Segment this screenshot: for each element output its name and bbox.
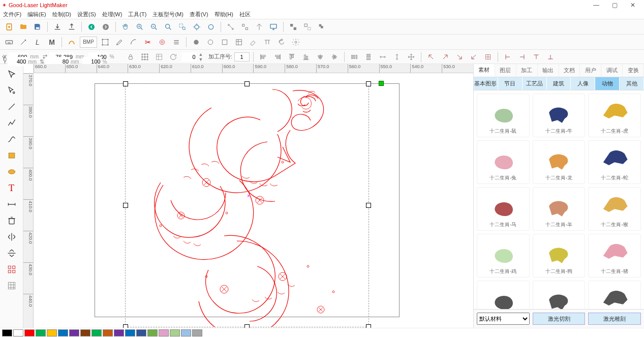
dist-v[interactable] — [362, 51, 375, 63]
node-btn-3[interactable] — [253, 21, 265, 33]
group-align-2[interactable] — [301, 21, 314, 33]
subtab-6[interactable]: 其他 — [620, 77, 644, 90]
rtab-0[interactable]: 素材 — [474, 64, 495, 77]
save-button[interactable] — [32, 21, 44, 33]
tool-fill3[interactable] — [219, 36, 231, 48]
subtab-1[interactable]: 节日 — [498, 77, 523, 90]
menu-file[interactable]: 文件(F) — [3, 11, 21, 18]
open-file-button[interactable] — [17, 21, 29, 33]
color-swatch[interactable] — [24, 329, 35, 336]
color-swatch[interactable] — [91, 329, 102, 336]
color-swatch[interactable] — [103, 329, 113, 336]
rotate-icon[interactable] — [167, 51, 179, 63]
delete-tool[interactable] — [4, 213, 20, 228]
space-h[interactable] — [377, 51, 389, 63]
menu-help[interactable]: 帮助(H) — [214, 11, 233, 18]
rtab-5[interactable]: 用户 — [580, 64, 601, 77]
new-file-button[interactable] — [3, 21, 15, 33]
align-right[interactable] — [271, 51, 284, 63]
tool-bbox[interactable] — [99, 36, 111, 48]
color-swatch[interactable] — [147, 329, 158, 336]
color-swatch[interactable] — [80, 329, 90, 336]
rtab-3[interactable]: 输出 — [538, 64, 559, 77]
tool-fill4[interactable] — [233, 36, 245, 48]
edge-l[interactable] — [502, 51, 514, 63]
export-button[interactable] — [66, 21, 78, 33]
zoom-page-button[interactable] — [205, 21, 217, 33]
group-align-1[interactable] — [287, 21, 299, 33]
minimize-button[interactable]: — — [587, 0, 605, 10]
undo-button[interactable] — [85, 21, 98, 33]
move-arrows[interactable] — [405, 51, 417, 63]
color-swatch[interactable] — [181, 329, 191, 336]
gallery-item[interactable] — [477, 281, 530, 309]
tool-cut[interactable]: ✂ — [142, 36, 154, 48]
tool-m[interactable]: M — [46, 36, 58, 48]
dimension-tool[interactable] — [4, 197, 20, 211]
edge-t[interactable] — [530, 51, 542, 63]
subtab-5[interactable]: 动物 — [595, 77, 620, 90]
anchor-grid-icon[interactable] — [139, 51, 151, 63]
gallery-item[interactable]: 十二生肖-狗 — [533, 234, 586, 278]
mirror-h-tool[interactable] — [4, 230, 20, 244]
color-swatch[interactable] — [170, 329, 180, 336]
menu-community[interactable]: 社区 — [239, 11, 251, 18]
polyline-tool[interactable] — [4, 116, 20, 130]
group-align-3[interactable] — [316, 21, 328, 33]
gallery-item[interactable]: 十二生肖-羊 — [533, 187, 586, 231]
zoom-select-button[interactable] — [176, 21, 189, 33]
menu-settings[interactable]: 设置(S) — [77, 11, 96, 18]
laser-cut-button[interactable]: 激光切割 — [533, 313, 586, 325]
gallery-item[interactable]: 十二生肖-猴 — [588, 187, 641, 231]
redo-button[interactable] — [100, 21, 112, 33]
color-swatch[interactable] — [47, 329, 57, 336]
tool-fill2[interactable] — [204, 36, 217, 48]
node-btn-1[interactable] — [225, 21, 237, 33]
gallery-item[interactable]: 十二生肖-鼠 — [477, 94, 530, 137]
tool-refresh[interactable] — [275, 36, 288, 48]
pan-button[interactable] — [119, 21, 132, 33]
gallery-item[interactable]: 十二生肖-龙 — [533, 140, 586, 184]
bezier-tool[interactable] — [4, 132, 20, 146]
color-swatch[interactable] — [159, 329, 169, 336]
material-select[interactable]: 默认材料 — [477, 313, 530, 325]
subtab-3[interactable]: 建筑 — [547, 77, 571, 90]
gallery-item[interactable]: 十二生肖-猪 — [588, 234, 641, 278]
corner-tl[interactable] — [425, 51, 437, 63]
edge-b[interactable] — [544, 51, 557, 63]
tool-fill1[interactable] — [190, 36, 202, 48]
rtab-7[interactable]: 变换 — [623, 64, 644, 77]
subtab-0[interactable]: 基本图形 — [474, 77, 498, 90]
center-grid[interactable] — [482, 51, 494, 63]
color-swatch[interactable] — [192, 329, 202, 336]
gallery-item[interactable] — [533, 281, 586, 309]
gallery-item[interactable]: 十二生肖-马 — [477, 187, 530, 231]
node-btn-2[interactable] — [239, 21, 251, 33]
asset-gallery[interactable]: 十二生肖-鼠十二生肖-牛十二生肖-虎十二生肖-兔十二生肖-龙十二生肖-蛇十二生肖… — [474, 90, 644, 309]
corner-tr[interactable] — [439, 51, 451, 63]
align-vcenter[interactable] — [328, 51, 341, 63]
select-tool[interactable] — [4, 67, 20, 81]
close-button[interactable]: ✕ — [624, 0, 642, 10]
edge-r[interactable] — [516, 51, 528, 63]
rot-input[interactable] — [181, 52, 197, 62]
color-swatch[interactable] — [36, 329, 46, 336]
gallery-item[interactable] — [588, 281, 641, 309]
gallery-item[interactable]: 十二生肖-蛇 — [588, 140, 641, 184]
maximize-button[interactable]: ▢ — [605, 0, 624, 10]
align-left[interactable] — [257, 51, 269, 63]
color-swatch[interactable] — [13, 329, 23, 336]
bmp-button[interactable]: BMP — [80, 37, 97, 48]
page-grid-icon[interactable] — [153, 51, 165, 63]
color-swatch[interactable] — [114, 329, 124, 336]
color-swatch[interactable] — [125, 329, 135, 336]
snake-artwork[interactable] — [125, 83, 369, 327]
ellipse-tool[interactable] — [4, 165, 20, 179]
menu-view[interactable]: 查看(V) — [190, 11, 208, 18]
line-tool[interactable] — [4, 100, 20, 114]
tool-arc[interactable] — [128, 36, 140, 48]
rtab-1[interactable]: 图层 — [495, 64, 516, 77]
gallery-item[interactable]: 十二生肖-牛 — [533, 94, 586, 137]
gallery-item[interactable]: 十二生肖-虎 — [588, 94, 641, 137]
align-top[interactable] — [286, 51, 298, 63]
